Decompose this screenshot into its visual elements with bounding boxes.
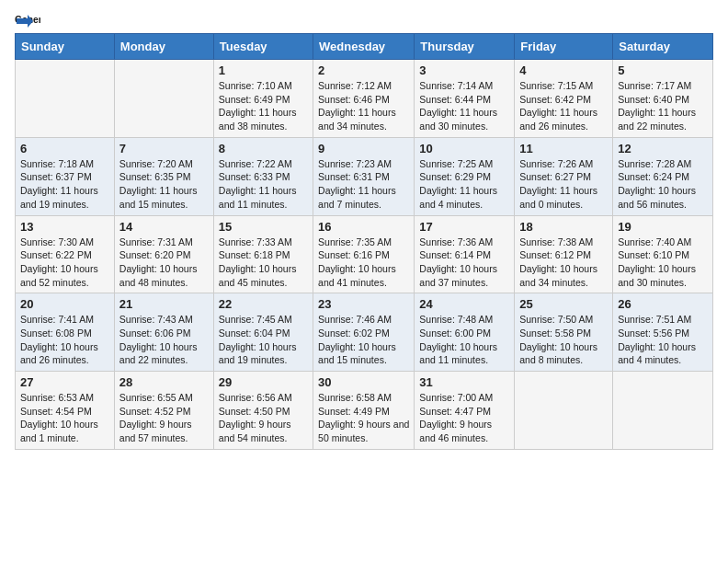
day-info: Sunrise: 7:10 AMSunset: 6:49 PMDaylight:… <box>219 79 308 133</box>
calendar-cell: 21Sunrise: 7:43 AMSunset: 6:06 PMDayligh… <box>114 293 213 372</box>
day-number: 19 <box>618 220 708 234</box>
calendar-cell: 28Sunrise: 6:55 AMSunset: 4:52 PMDayligh… <box>114 372 213 450</box>
header-monday: Monday <box>114 34 213 60</box>
calendar-cell: 23Sunrise: 7:46 AMSunset: 6:02 PMDayligh… <box>313 293 415 372</box>
calendar-cell <box>613 372 713 450</box>
day-info: Sunrise: 7:14 AMSunset: 6:44 PMDaylight:… <box>419 79 509 133</box>
day-number: 22 <box>219 297 308 311</box>
calendar-cell: 12Sunrise: 7:28 AMSunset: 6:24 PMDayligh… <box>613 137 713 215</box>
day-number: 23 <box>318 297 409 311</box>
calendar-cell: 25Sunrise: 7:50 AMSunset: 5:58 PMDayligh… <box>515 293 613 372</box>
day-number: 14 <box>119 220 209 234</box>
calendar-cell: 19Sunrise: 7:40 AMSunset: 6:10 PMDayligh… <box>613 215 713 293</box>
day-number: 12 <box>618 142 708 155</box>
calendar-cell: 7Sunrise: 7:20 AMSunset: 6:35 PMDaylight… <box>114 137 213 215</box>
calendar-week-5: 27Sunrise: 6:53 AMSunset: 4:54 PMDayligh… <box>16 372 713 450</box>
header-wednesday: Wednesday <box>313 34 415 60</box>
calendar-header-row: SundayMondayTuesdayWednesdayThursdayFrid… <box>16 34 713 60</box>
calendar-cell: 26Sunrise: 7:51 AMSunset: 5:56 PMDayligh… <box>613 293 713 372</box>
header-sunday: Sunday <box>16 34 115 60</box>
calendar-cell: 14Sunrise: 7:31 AMSunset: 6:20 PMDayligh… <box>114 215 213 293</box>
day-number: 2 <box>318 63 409 77</box>
calendar-week-4: 20Sunrise: 7:41 AMSunset: 6:08 PMDayligh… <box>16 293 713 372</box>
day-number: 26 <box>618 297 708 311</box>
day-info: Sunrise: 7:51 AMSunset: 5:56 PMDaylight:… <box>618 313 708 367</box>
calendar-cell: 30Sunrise: 6:58 AMSunset: 4:49 PMDayligh… <box>313 372 415 450</box>
calendar-cell: 20Sunrise: 7:41 AMSunset: 6:08 PMDayligh… <box>16 293 115 372</box>
day-info: Sunrise: 6:58 AMSunset: 4:49 PMDaylight:… <box>318 391 409 445</box>
day-info: Sunrise: 7:17 AMSunset: 6:40 PMDaylight:… <box>618 79 708 133</box>
day-number: 6 <box>20 142 109 155</box>
day-number: 25 <box>519 297 608 311</box>
day-number: 29 <box>219 375 308 389</box>
day-number: 15 <box>219 220 308 234</box>
day-info: Sunrise: 7:00 AMSunset: 4:47 PMDaylight:… <box>419 391 509 445</box>
day-info: Sunrise: 7:30 AMSunset: 6:22 PMDaylight:… <box>20 236 109 290</box>
day-number: 13 <box>20 220 109 234</box>
header: General <box>15 15 713 26</box>
logo-arrow-icon <box>15 11 35 31</box>
day-number: 20 <box>20 297 109 311</box>
day-info: Sunrise: 7:41 AMSunset: 6:08 PMDaylight:… <box>20 313 109 367</box>
day-number: 28 <box>119 375 209 389</box>
calendar-cell: 8Sunrise: 7:22 AMSunset: 6:33 PMDaylight… <box>213 137 313 215</box>
calendar-cell: 10Sunrise: 7:25 AMSunset: 6:29 PMDayligh… <box>415 137 515 215</box>
day-number: 24 <box>419 297 509 311</box>
calendar-table: SundayMondayTuesdayWednesdayThursdayFrid… <box>15 33 713 450</box>
day-number: 11 <box>519 142 608 155</box>
calendar-cell: 13Sunrise: 7:30 AMSunset: 6:22 PMDayligh… <box>16 215 115 293</box>
calendar-cell: 31Sunrise: 7:00 AMSunset: 4:47 PMDayligh… <box>415 372 515 450</box>
calendar-week-1: 1Sunrise: 7:10 AMSunset: 6:49 PMDaylight… <box>16 60 713 138</box>
day-info: Sunrise: 6:53 AMSunset: 4:54 PMDaylight:… <box>20 391 109 445</box>
day-number: 8 <box>219 142 308 155</box>
calendar-cell: 17Sunrise: 7:36 AMSunset: 6:14 PMDayligh… <box>415 215 515 293</box>
day-number: 27 <box>20 375 109 389</box>
day-info: Sunrise: 7:28 AMSunset: 6:24 PMDaylight:… <box>618 157 708 212</box>
calendar-week-2: 6Sunrise: 7:18 AMSunset: 6:37 PMDaylight… <box>16 137 713 215</box>
day-info: Sunrise: 7:20 AMSunset: 6:35 PMDaylight:… <box>119 157 209 212</box>
header-tuesday: Tuesday <box>213 34 313 60</box>
day-info: Sunrise: 7:50 AMSunset: 5:58 PMDaylight:… <box>519 313 608 367</box>
day-info: Sunrise: 7:35 AMSunset: 6:16 PMDaylight:… <box>318 236 409 290</box>
calendar-cell <box>515 372 613 450</box>
day-info: Sunrise: 7:31 AMSunset: 6:20 PMDaylight:… <box>119 236 209 290</box>
day-number: 3 <box>419 63 509 77</box>
day-info: Sunrise: 7:40 AMSunset: 6:10 PMDaylight:… <box>618 236 708 290</box>
day-info: Sunrise: 7:36 AMSunset: 6:14 PMDaylight:… <box>419 236 509 290</box>
day-number: 1 <box>219 63 308 77</box>
day-info: Sunrise: 7:38 AMSunset: 6:12 PMDaylight:… <box>519 236 608 290</box>
calendar-cell: 3Sunrise: 7:14 AMSunset: 6:44 PMDaylight… <box>415 60 515 138</box>
day-info: Sunrise: 7:23 AMSunset: 6:31 PMDaylight:… <box>318 157 409 212</box>
day-info: Sunrise: 7:22 AMSunset: 6:33 PMDaylight:… <box>219 157 308 212</box>
day-info: Sunrise: 7:15 AMSunset: 6:42 PMDaylight:… <box>519 79 608 133</box>
day-number: 21 <box>119 297 209 311</box>
day-number: 10 <box>419 142 509 155</box>
calendar-cell: 11Sunrise: 7:26 AMSunset: 6:27 PMDayligh… <box>515 137 613 215</box>
day-number: 30 <box>318 375 409 389</box>
calendar-cell: 1Sunrise: 7:10 AMSunset: 6:49 PMDaylight… <box>213 60 313 138</box>
calendar-cell: 9Sunrise: 7:23 AMSunset: 6:31 PMDaylight… <box>313 137 415 215</box>
calendar-cell: 15Sunrise: 7:33 AMSunset: 6:18 PMDayligh… <box>213 215 313 293</box>
day-info: Sunrise: 6:55 AMSunset: 4:52 PMDaylight:… <box>119 391 209 445</box>
calendar-cell: 5Sunrise: 7:17 AMSunset: 6:40 PMDaylight… <box>613 60 713 138</box>
day-info: Sunrise: 7:48 AMSunset: 6:00 PMDaylight:… <box>419 313 509 367</box>
calendar-cell: 4Sunrise: 7:15 AMSunset: 6:42 PMDaylight… <box>515 60 613 138</box>
day-number: 9 <box>318 142 409 155</box>
calendar-cell: 6Sunrise: 7:18 AMSunset: 6:37 PMDaylight… <box>16 137 115 215</box>
day-info: Sunrise: 7:25 AMSunset: 6:29 PMDaylight:… <box>419 157 509 212</box>
day-number: 7 <box>119 142 209 155</box>
header-saturday: Saturday <box>613 34 713 60</box>
calendar-cell: 22Sunrise: 7:45 AMSunset: 6:04 PMDayligh… <box>213 293 313 372</box>
calendar-week-3: 13Sunrise: 7:30 AMSunset: 6:22 PMDayligh… <box>16 215 713 293</box>
day-number: 16 <box>318 220 409 234</box>
logo: General <box>15 15 40 26</box>
day-number: 5 <box>618 63 708 77</box>
day-number: 4 <box>519 63 608 77</box>
day-info: Sunrise: 7:43 AMSunset: 6:06 PMDaylight:… <box>119 313 209 367</box>
day-number: 17 <box>419 220 509 234</box>
calendar-cell: 27Sunrise: 6:53 AMSunset: 4:54 PMDayligh… <box>16 372 115 450</box>
calendar-cell: 2Sunrise: 7:12 AMSunset: 6:46 PMDaylight… <box>313 60 415 138</box>
day-info: Sunrise: 6:56 AMSunset: 4:50 PMDaylight:… <box>219 391 308 445</box>
header-thursday: Thursday <box>415 34 515 60</box>
day-info: Sunrise: 7:46 AMSunset: 6:02 PMDaylight:… <box>318 313 409 367</box>
